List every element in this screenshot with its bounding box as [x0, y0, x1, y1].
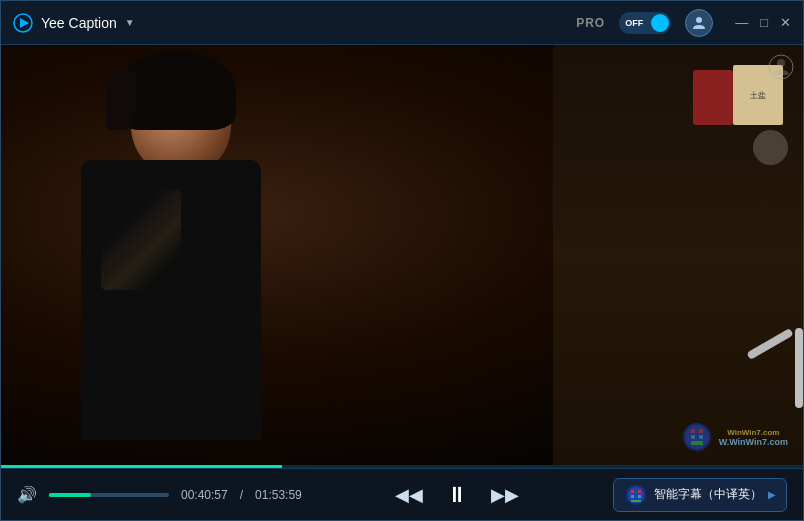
title-dropdown-icon[interactable]: ▼	[125, 17, 135, 28]
toggle-off-label: OFF	[625, 18, 643, 28]
svg-rect-16	[631, 495, 634, 498]
controls-bar: 🔊 00:40:57 / 01:53:59 ◀◀ ⏸ ▶▶	[1, 468, 803, 520]
svg-marker-1	[20, 18, 29, 28]
top-right-icon	[767, 53, 795, 81]
time-separator: /	[240, 488, 243, 502]
svg-rect-11	[691, 441, 703, 445]
window-controls: — □ ✕	[735, 16, 791, 29]
app-title: Yee Caption	[41, 15, 117, 31]
user-avatar[interactable]	[685, 9, 713, 37]
caption-label: 智能字幕（中译英）	[654, 486, 762, 503]
close-button[interactable]: ✕	[780, 16, 791, 29]
play-pause-button[interactable]: ⏸	[437, 475, 477, 515]
scene-icon	[767, 53, 795, 81]
svg-rect-14	[631, 490, 634, 493]
forward-icon: ▶▶	[491, 484, 519, 506]
shelf-item-red	[693, 70, 733, 125]
caption-box[interactable]: 智能字幕（中译英） ▶	[613, 478, 787, 512]
user-icon	[691, 15, 707, 31]
watermark: WinWin7.com W.WinWin7.com	[681, 421, 788, 453]
video-area: 土盐	[1, 45, 803, 468]
maximize-button[interactable]: □	[760, 16, 768, 29]
volume-button[interactable]: 🔊	[17, 485, 37, 504]
video-progress-line[interactable]	[1, 465, 803, 468]
svg-point-2	[696, 17, 702, 23]
svg-rect-17	[638, 495, 641, 498]
shelf-item-round	[753, 130, 788, 165]
watermark-text: WinWin7.com W.WinWin7.com	[719, 428, 788, 447]
svg-point-4	[777, 59, 785, 67]
character	[51, 65, 351, 445]
svg-rect-7	[691, 429, 695, 433]
forward-button[interactable]: ▶▶	[489, 479, 521, 511]
pro-toggle[interactable]: OFF	[619, 12, 671, 34]
app-logo-icon	[13, 13, 33, 33]
progress-bar-fill	[49, 493, 91, 497]
title-bar-right: PRO OFF — □ ✕	[576, 9, 791, 37]
faucet	[723, 288, 803, 408]
rewind-icon: ◀◀	[395, 484, 423, 506]
kitchen-right: 土盐	[553, 45, 803, 468]
char-body	[81, 160, 261, 440]
toggle-thumb	[651, 14, 669, 32]
rewind-button[interactable]: ◀◀	[393, 479, 425, 511]
progress-bar[interactable]	[49, 493, 169, 497]
pro-badge: PRO	[576, 16, 605, 30]
title-bar: Yee Caption ▼ PRO OFF — □ ✕	[1, 1, 803, 45]
shelf: 土盐	[573, 65, 793, 245]
svg-point-6	[685, 425, 709, 449]
caption-expand-icon[interactable]: ▶	[768, 489, 776, 500]
app-window: Yee Caption ▼ PRO OFF — □ ✕	[0, 0, 804, 521]
caption-logo-icon	[624, 483, 648, 507]
watermark-line2: W.WinWin7.com	[719, 437, 788, 447]
svg-rect-9	[691, 435, 695, 439]
svg-rect-8	[699, 429, 703, 433]
svg-rect-15	[638, 490, 641, 493]
video-progress-fill	[1, 465, 282, 468]
title-bar-left: Yee Caption ▼	[13, 13, 135, 33]
char-hair	[116, 50, 236, 130]
minimize-button[interactable]: —	[735, 16, 748, 29]
time-total: 01:53:59	[255, 488, 302, 502]
svg-rect-18	[631, 500, 641, 502]
play-pause-icon: ⏸	[446, 482, 468, 508]
watermark-logo-icon	[681, 421, 713, 453]
scene: 土盐	[1, 45, 803, 468]
watermark-line1: WinWin7.com	[727, 428, 779, 437]
svg-rect-10	[699, 435, 703, 439]
time-current: 00:40:57	[181, 488, 228, 502]
